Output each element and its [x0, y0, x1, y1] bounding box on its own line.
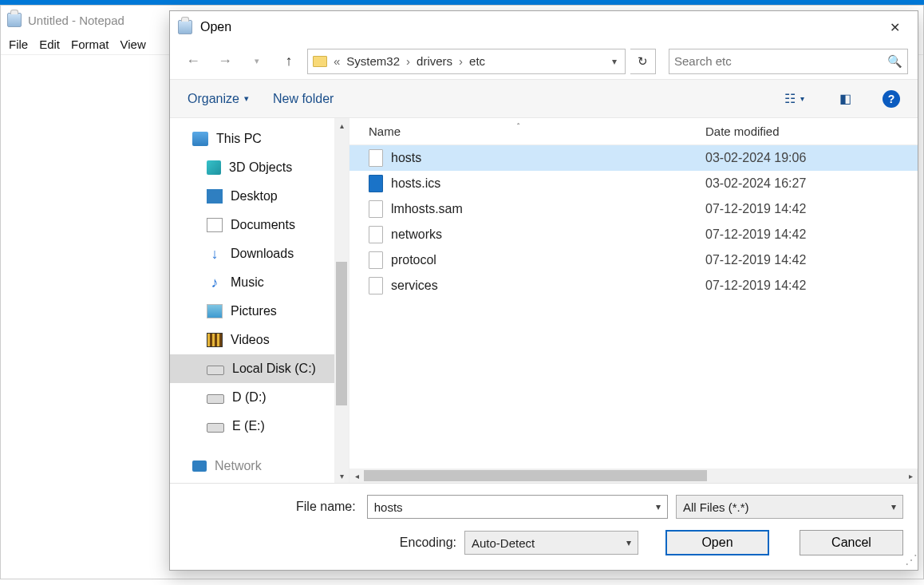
- search-input[interactable]: [674, 54, 887, 68]
- organize-label: Organize: [188, 92, 239, 106]
- scroll-thumb[interactable]: [336, 262, 347, 405]
- file-row[interactable]: hosts03-02-2024 19:06: [349, 145, 918, 171]
- hscroll-thumb[interactable]: [364, 470, 707, 481]
- open-button[interactable]: Open: [665, 530, 769, 555]
- back-button[interactable]: ←: [180, 48, 207, 75]
- help-button[interactable]: ?: [883, 90, 900, 108]
- resize-grip[interactable]: ⋰: [905, 557, 916, 568]
- breadcrumb-prefix: «: [334, 54, 340, 68]
- breadcrumb-part[interactable]: etc: [469, 54, 485, 68]
- file-name: hosts: [391, 151, 421, 165]
- dialog-titlebar[interactable]: Open ✕: [170, 11, 918, 43]
- breadcrumb-part[interactable]: System32: [346, 54, 400, 68]
- tree-item-music[interactable]: ♪Music: [170, 268, 349, 297]
- file-name: hosts.ics: [391, 176, 440, 191]
- file-list-header[interactable]: Name ˆ Date modified: [349, 118, 918, 145]
- scroll-up-icon[interactable]: ▴: [334, 118, 349, 132]
- forward-button[interactable]: →: [211, 48, 239, 75]
- sort-asc-icon: ˆ: [517, 123, 519, 132]
- tree-item-downloads[interactable]: ↓Downloads: [170, 239, 349, 268]
- menu-file[interactable]: File: [9, 38, 28, 51]
- up-button[interactable]: ↑: [275, 48, 302, 75]
- breadcrumb-part[interactable]: drivers: [417, 54, 452, 68]
- file-name: services: [391, 279, 438, 293]
- tree-scrollbar[interactable]: ▴ ▾: [334, 118, 349, 483]
- tree-item-network[interactable]: Network: [170, 452, 349, 480]
- filetype-filter[interactable]: All Files (*.*) ▾: [676, 495, 903, 519]
- tree-item-label: Network: [215, 459, 262, 473]
- drv-icon: [207, 423, 224, 433]
- column-date[interactable]: Date modified: [701, 125, 918, 138]
- column-name-label: Name: [369, 125, 401, 138]
- desk-icon: [207, 189, 223, 204]
- file-row[interactable]: protocol07-12-2019 14:42: [349, 247, 918, 273]
- file-date: 07-12-2019 14:42: [701, 202, 918, 216]
- music-icon: ♪: [207, 275, 223, 290]
- tree-item-desktop[interactable]: Desktop: [170, 182, 349, 211]
- open-button-label: Open: [701, 536, 732, 550]
- organize-button[interactable]: Organize ▾: [188, 92, 249, 106]
- tree-item-local-disk-c-[interactable]: Local Disk (C:): [170, 354, 349, 383]
- file-name: protocol: [391, 253, 436, 267]
- view-options-button[interactable]: ☷ ▾: [780, 88, 808, 110]
- cancel-button[interactable]: Cancel: [800, 530, 903, 555]
- filename-input[interactable]: hosts ▾: [367, 495, 668, 519]
- file-row[interactable]: hosts.ics03-02-2024 16:27: [349, 171, 918, 196]
- tree-item-label: Downloads: [231, 247, 294, 261]
- file-row[interactable]: networks07-12-2019 14:42: [349, 222, 918, 247]
- arrow-up-icon: ↑: [286, 53, 293, 69]
- navigation-tree[interactable]: This PC3D ObjectsDesktopDocuments↓Downlo…: [170, 118, 349, 483]
- file-date: 07-12-2019 14:42: [701, 279, 918, 293]
- menu-view[interactable]: View: [120, 38, 146, 51]
- chevron-down-icon[interactable]: ▾: [891, 501, 896, 512]
- vid-icon: [207, 333, 223, 347]
- new-folder-button[interactable]: New folder: [273, 92, 334, 106]
- drv-icon: [207, 394, 224, 404]
- file-list-hscroll[interactable]: ◂ ▸: [349, 468, 918, 483]
- tree-item-e-e-[interactable]: E (E:): [170, 412, 349, 441]
- encoding-label: Encoding:: [400, 536, 456, 550]
- close-button[interactable]: ✕: [876, 14, 913, 40]
- tree-item-3d-objects[interactable]: 3D Objects: [170, 153, 349, 182]
- encoding-select[interactable]: Auto-Detect ▾: [464, 531, 638, 555]
- scroll-left-icon[interactable]: ◂: [349, 472, 364, 480]
- chevron-down-icon[interactable]: ▾: [656, 501, 661, 512]
- tree-item-documents[interactable]: Documents: [170, 211, 349, 239]
- dl-icon: ↓: [207, 247, 223, 261]
- open-dialog: Open ✕ ← → ▾ ↑ « System32 › drivers › et…: [169, 10, 918, 571]
- pic-icon: [207, 304, 223, 318]
- refresh-button[interactable]: ↻: [630, 49, 656, 74]
- preview-pane-icon: ◧: [839, 91, 851, 106]
- menu-edit[interactable]: Edit: [39, 38, 60, 51]
- doc-icon: [207, 218, 223, 232]
- file-icon: [369, 149, 383, 167]
- preview-pane-button[interactable]: ◧: [831, 88, 859, 110]
- cancel-button-label: Cancel: [831, 536, 871, 550]
- tree-item-pictures[interactable]: Pictures: [170, 297, 349, 326]
- dialog-toolbar: Organize ▾ New folder ☷ ▾ ◧ ?: [170, 80, 918, 118]
- tree-item-label: D (D:): [232, 390, 267, 405]
- dialog-title: Open: [200, 20, 876, 34]
- net-icon: [192, 460, 207, 472]
- tree-item-d-d-[interactable]: D (D:): [170, 383, 349, 412]
- address-bar[interactable]: « System32 › drivers › etc ▾: [307, 49, 626, 74]
- address-dropdown[interactable]: ▾: [609, 56, 620, 67]
- scroll-right-icon[interactable]: ▸: [903, 472, 918, 480]
- tree-item-videos[interactable]: Videos: [170, 326, 349, 354]
- tree-item-label: E (E:): [232, 419, 265, 433]
- notepad-icon: [7, 13, 22, 27]
- file-row[interactable]: services07-12-2019 14:42: [349, 273, 918, 298]
- chevron-down-icon[interactable]: ▾: [626, 537, 631, 548]
- search-box[interactable]: 🔍: [669, 49, 908, 74]
- calendar-file-icon: [369, 175, 383, 192]
- scroll-down-icon[interactable]: ▾: [334, 468, 349, 483]
- file-row[interactable]: lmhosts.sam07-12-2019 14:42: [349, 196, 918, 222]
- dialog-body: This PC3D ObjectsDesktopDocuments↓Downlo…: [170, 118, 918, 483]
- cube-icon: [207, 160, 221, 175]
- menu-format[interactable]: Format: [71, 38, 109, 51]
- column-name[interactable]: Name ˆ: [349, 125, 701, 138]
- recent-dropdown[interactable]: ▾: [243, 48, 270, 75]
- drv-icon: [207, 366, 224, 375]
- tree-item-this-pc[interactable]: This PC: [170, 125, 349, 153]
- file-rows[interactable]: hosts03-02-2024 19:06hosts.ics03-02-2024…: [349, 145, 918, 468]
